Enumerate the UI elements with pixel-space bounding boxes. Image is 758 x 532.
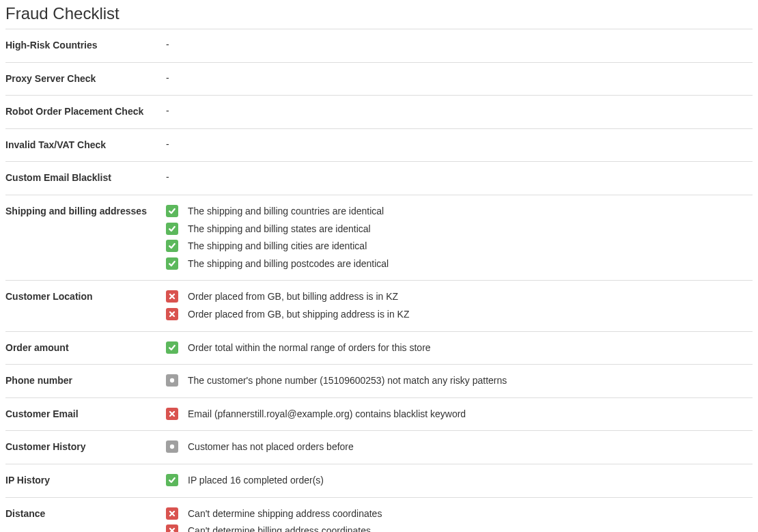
row-value: Email (pfannerstill.royal@example.org) c… [166,408,753,421]
check-item-text: Can't determine shipping address coordin… [188,507,382,521]
checklist-row: Order amountOrder total within the norma… [5,332,753,365]
row-label: Phone number [5,374,166,388]
row-value: - [166,105,753,119]
check-item: The shipping and billing countries are i… [166,205,753,219]
row-label: Distance [5,507,166,533]
check-item-text: The shipping and billing states are iden… [188,223,371,236]
empty-value: - [166,139,169,150]
row-value: The customer's phone number (15109600253… [166,374,753,388]
svg-point-7 [170,445,174,449]
check-icon [166,205,178,217]
page-title: Fraud Checklist [5,4,753,23]
row-label: IP History [5,474,166,488]
check-item: The shipping and billing postcodes are i… [166,257,753,271]
checklist-row: Customer LocationOrder placed from GB, b… [5,281,753,331]
checklist-row: High-Risk Countries- [5,29,753,63]
checklist-row: DistanceCan't determine shipping address… [5,498,753,533]
row-value: - [166,39,753,53]
check-item: IP placed 16 completed order(s) [166,474,753,488]
check-item-text: The shipping and billing postcodes are i… [188,257,389,271]
cross-icon [166,507,178,520]
row-label: Proxy Server Check [5,72,166,86]
row-label: Custom Email Blacklist [5,171,166,185]
check-item: Customer has not placed orders before [166,440,753,454]
check-icon [166,240,178,252]
check-icon [166,341,178,354]
check-item-text: Customer has not placed orders before [188,440,354,454]
row-value: The shipping and billing countries are i… [166,205,753,270]
check-item: Order total within the normal range of o… [166,341,753,355]
check-item: Order placed from GB, but billing addres… [166,290,753,304]
row-value: Customer has not placed orders before [166,440,753,454]
svg-point-4 [170,378,174,382]
row-label: Customer Location [5,290,166,321]
empty-value: - [166,105,169,116]
check-item-text: The shipping and billing cities are iden… [188,240,367,253]
cross-icon [166,290,178,303]
row-value: Order total within the normal range of o… [166,341,753,355]
empty-value: - [166,39,169,50]
cross-icon [166,308,178,320]
checklist-row: Custom Email Blacklist- [5,162,753,195]
cross-icon [166,524,178,532]
check-item: The shipping and billing states are iden… [166,223,753,236]
check-item: The shipping and billing cities are iden… [166,240,753,253]
row-label: High-Risk Countries [5,39,166,53]
fraud-checklist-section: High-Risk Countries-Proxy Server Check-R… [5,29,753,532]
empty-value: - [166,72,169,83]
row-value: - [166,139,753,152]
checklist-row: Customer HistoryCustomer has not placed … [5,431,753,464]
checklist-row: Proxy Server Check- [5,63,753,96]
check-item: Can't determine billing address coordina… [166,524,753,532]
row-label: Shipping and billing addresses [5,205,166,270]
check-item-text: Email (pfannerstill.royal@example.org) c… [188,408,466,421]
check-item: The customer's phone number (15109600253… [166,374,753,388]
check-item-text: Order placed from GB, but shipping addre… [188,308,409,322]
check-item-text: Order placed from GB, but billing addres… [188,290,398,304]
checklist-row: Phone numberThe customer's phone number … [5,365,753,398]
check-item-text: Order total within the normal range of o… [188,341,431,355]
dot-icon [166,374,178,387]
check-item-text: The customer's phone number (15109600253… [188,374,507,388]
dot-icon [166,440,178,453]
check-item: Order placed from GB, but shipping addre… [166,308,753,322]
check-item: Email (pfannerstill.royal@example.org) c… [166,408,753,421]
check-icon [166,257,178,270]
empty-value: - [166,171,169,182]
row-value: - [166,171,753,185]
row-label: Invalid Tax/VAT Check [5,139,166,152]
row-value: - [166,72,753,86]
check-item-text: IP placed 16 completed order(s) [188,474,324,488]
row-label: Customer History [5,440,166,454]
row-label: Robot Order Placement Check [5,105,166,119]
checklist-row: Shipping and billing addressesThe shippi… [5,195,753,281]
check-item-text: The shipping and billing countries are i… [188,205,384,219]
checklist-row: Robot Order Placement Check- [5,96,753,129]
check-item: Can't determine shipping address coordin… [166,507,753,521]
check-icon [166,474,178,486]
row-label: Order amount [5,341,166,355]
cross-icon [166,408,178,420]
checklist-row: IP HistoryIP placed 16 completed order(s… [5,464,753,498]
row-value: Can't determine shipping address coordin… [166,507,753,533]
checklist-row: Invalid Tax/VAT Check- [5,129,753,163]
row-label: Customer Email [5,408,166,421]
row-value: IP placed 16 completed order(s) [166,474,753,488]
row-value: Order placed from GB, but billing addres… [166,290,753,321]
check-icon [166,223,178,235]
check-item-text: Can't determine billing address coordina… [188,524,371,532]
checklist-row: Customer EmailEmail (pfannerstill.royal@… [5,398,753,432]
